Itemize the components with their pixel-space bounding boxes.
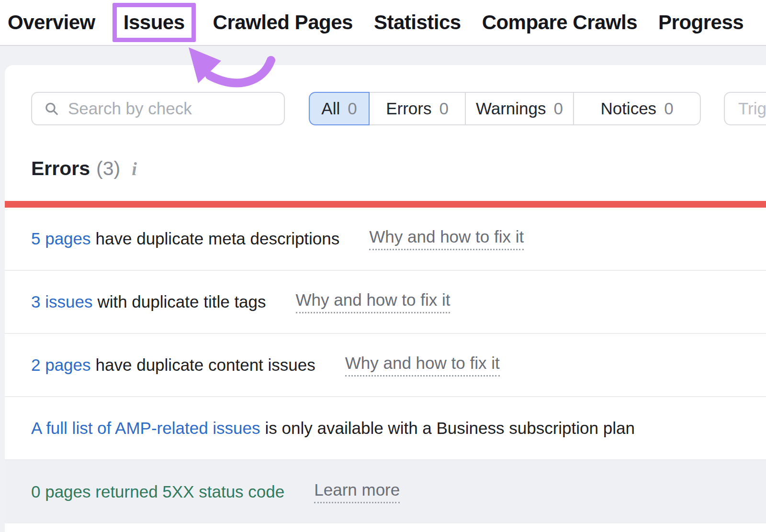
info-icon[interactable]: i bbox=[132, 158, 137, 179]
issue-pages-link[interactable]: 5 pages bbox=[31, 229, 91, 248]
site-audit-issues-page: { "nav": { "items": [ { "label": "Overvi… bbox=[0, 0, 766, 532]
filter-notices-label: Notices bbox=[600, 99, 656, 118]
why-how-fix-link[interactable]: Why and how to fix it bbox=[369, 227, 524, 250]
filter-warnings-label: Warnings bbox=[476, 99, 546, 118]
errors-section-heading: Errors (3) i bbox=[31, 157, 137, 180]
filter-warnings[interactable]: Warnings 0 bbox=[465, 92, 574, 125]
nav-item-compare-crawls[interactable]: Compare Crawls bbox=[482, 11, 637, 34]
search-input[interactable] bbox=[68, 93, 284, 124]
issues-panel: All 0 Errors 0 Warnings 0 Notices 0 Trig… bbox=[5, 65, 766, 532]
issue-description: with duplicate title tags bbox=[97, 292, 266, 311]
nav-item-issues[interactable]: Issues bbox=[113, 3, 196, 42]
filter-all-count: 0 bbox=[348, 99, 357, 118]
search-box bbox=[31, 92, 285, 125]
section-count: (3) bbox=[96, 157, 120, 180]
filter-errors-label: Errors bbox=[386, 99, 431, 118]
issue-row-amp-upsell: A full list of AMP-related issues is onl… bbox=[5, 397, 766, 460]
filter-errors-count: 0 bbox=[439, 99, 448, 118]
nav-item-crawled-pages[interactable]: Crawled Pages bbox=[213, 11, 353, 34]
why-how-fix-link[interactable]: Why and how to fix it bbox=[296, 290, 451, 313]
search-icon bbox=[44, 100, 59, 117]
issue-row-duplicate-content: 2 pages have duplicate content issues Wh… bbox=[5, 334, 766, 397]
filter-notices-count: 0 bbox=[664, 99, 673, 118]
nav-item-progress[interactable]: Progress bbox=[658, 11, 743, 34]
issue-row-5xx-resolved: 0 pages returned 5XX status code Learn m… bbox=[5, 460, 766, 523]
filter-errors[interactable]: Errors 0 bbox=[369, 92, 466, 125]
learn-more-link[interactable]: Learn more bbox=[314, 480, 400, 503]
nav-item-statistics[interactable]: Statistics bbox=[374, 11, 461, 34]
triggers-button-label: Trig bbox=[738, 99, 766, 118]
amp-issues-link[interactable]: A full list of AMP-related issues bbox=[31, 419, 260, 438]
resolved-issue-link[interactable]: 0 pages returned 5XX status code bbox=[31, 482, 284, 501]
filter-all[interactable]: All 0 bbox=[309, 92, 370, 125]
issue-description: have duplicate content issues bbox=[96, 355, 315, 375]
section-title: Errors bbox=[31, 157, 90, 180]
issue-row-duplicate-meta: 5 pages have duplicate meta descriptions… bbox=[5, 208, 766, 271]
error-severity-bar bbox=[5, 201, 766, 208]
filter-all-label: All bbox=[321, 99, 340, 118]
triggers-button[interactable]: Trig bbox=[724, 92, 766, 125]
why-how-fix-link[interactable]: Why and how to fix it bbox=[345, 354, 500, 377]
filter-segmented-control: All 0 Errors 0 Warnings 0 Notices 0 bbox=[309, 92, 701, 125]
issue-description: is only available with a Business subscr… bbox=[265, 419, 635, 438]
issues-list: 5 pages have duplicate meta descriptions… bbox=[5, 208, 766, 523]
top-nav: Overview Issues Crawled Pages Statistics… bbox=[0, 0, 766, 46]
issue-pages-link[interactable]: 2 pages bbox=[31, 355, 91, 375]
filter-warnings-count: 0 bbox=[554, 99, 563, 118]
issue-row-duplicate-titles: 3 issues with duplicate title tags Why a… bbox=[5, 271, 766, 334]
nav-item-overview[interactable]: Overview bbox=[8, 11, 95, 34]
filter-notices[interactable]: Notices 0 bbox=[573, 92, 701, 125]
issue-description: have duplicate meta descriptions bbox=[96, 229, 340, 248]
issue-pages-link[interactable]: 3 issues bbox=[31, 292, 92, 311]
